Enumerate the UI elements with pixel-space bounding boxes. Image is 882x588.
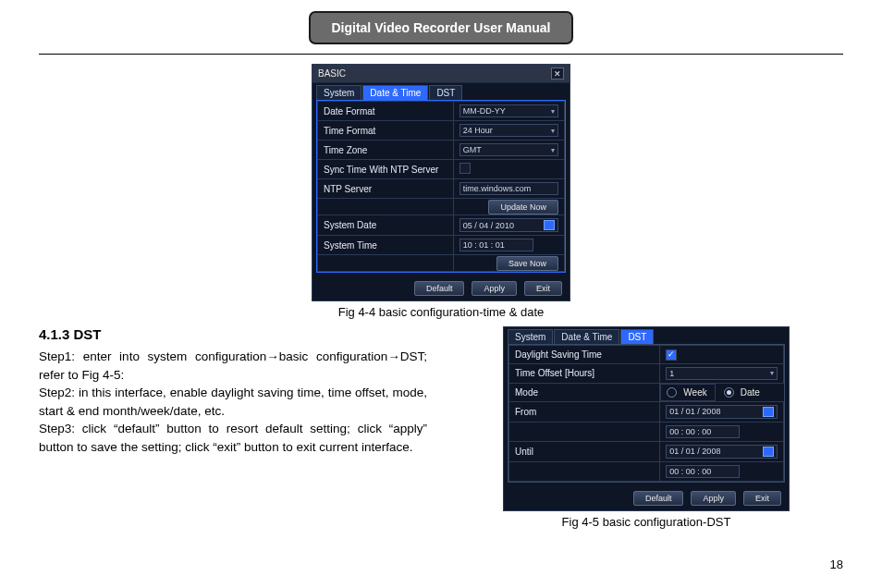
time-offset-label: Time Offset [Hours] bbox=[509, 363, 660, 383]
calendar-icon bbox=[763, 407, 774, 417]
mode-date-option[interactable]: Date bbox=[724, 387, 760, 398]
system-time-input[interactable]: 10 : 01 : 01 bbox=[459, 239, 533, 251]
time-zone-dropdown[interactable]: GMT ▾ bbox=[459, 143, 558, 156]
time-format-value: 24 Hour bbox=[463, 126, 493, 135]
tabs-row: System Date & Time DST bbox=[312, 83, 570, 100]
figure-4-4: BASIC ✕ System Date & Time DST Date Form… bbox=[0, 64, 882, 319]
mode-week-label: Week bbox=[683, 387, 706, 398]
date-format-value: MM-DD-YY bbox=[463, 106, 506, 116]
dst-enable-checkbox[interactable]: ✓ bbox=[666, 349, 677, 361]
time-format-label: Time Format bbox=[318, 121, 454, 141]
doc-header: Digital Video Recorder User Manual bbox=[39, 0, 843, 55]
system-date-input[interactable]: 05 / 04 / 2010 bbox=[459, 218, 558, 232]
from-date-value: 01 / 01 / 2008 bbox=[669, 407, 720, 416]
apply-button[interactable]: Apply bbox=[691, 491, 736, 506]
chevron-down-icon: ▾ bbox=[551, 127, 555, 135]
mode-label: Mode bbox=[509, 383, 660, 401]
window-titlebar: BASIC ✕ bbox=[312, 65, 570, 83]
from-date-input[interactable]: 01 / 01 / 2008 bbox=[666, 405, 778, 419]
section-heading: 4.1.3 DST bbox=[39, 326, 427, 342]
system-date-value: 05 / 04 / 2010 bbox=[463, 221, 514, 230]
time-offset-value: 1 bbox=[669, 369, 674, 378]
ntp-server-label: NTP Server bbox=[318, 179, 454, 199]
mode-week-option[interactable]: Week bbox=[667, 387, 706, 398]
time-zone-label: Time Zone bbox=[318, 141, 454, 160]
tab-dst[interactable]: DST bbox=[620, 329, 654, 344]
calendar-icon bbox=[763, 447, 774, 457]
system-date-label: System Date bbox=[318, 215, 454, 236]
close-icon[interactable]: ✕ bbox=[551, 67, 564, 80]
ntp-server-input[interactable]: time.windows.com bbox=[459, 182, 558, 195]
tab-date-time[interactable]: Date & Time bbox=[554, 329, 619, 344]
chevron-down-icon: ▾ bbox=[551, 146, 555, 154]
window-title: BASIC bbox=[318, 68, 346, 79]
step2-text: Step2: in this interface, enable dayligh… bbox=[39, 384, 427, 420]
tab-panel: Daylight Saving Time ✓ Time Offset [Hour… bbox=[508, 344, 785, 483]
exit-button[interactable]: Exit bbox=[524, 281, 562, 296]
until-label: Until bbox=[509, 441, 660, 461]
tab-system[interactable]: System bbox=[316, 85, 361, 100]
system-time-label: System Time bbox=[318, 236, 454, 255]
page-number: 18 bbox=[830, 557, 843, 571]
body-text-column: 4.1.3 DST Step1: enter into system confi… bbox=[39, 326, 427, 529]
mode-date-label: Date bbox=[741, 387, 760, 398]
window-button-row: Default Apply Exit bbox=[312, 276, 570, 300]
step1-text: Step1: enter into system configuration→b… bbox=[39, 348, 427, 384]
doc-title: Digital Video Recorder User Manual bbox=[309, 11, 572, 44]
until-time-input[interactable]: 00 : 00 : 00 bbox=[666, 465, 740, 478]
sync-ntp-checkbox[interactable] bbox=[459, 163, 471, 174]
from-time-input[interactable]: 00 : 00 : 00 bbox=[666, 425, 740, 438]
step3-text: Step3: click “default” button to resort … bbox=[39, 420, 427, 456]
time-offset-dropdown[interactable]: 1 ▾ bbox=[666, 367, 778, 380]
chevron-down-icon: ▾ bbox=[551, 107, 555, 116]
dst-window: System Date & Time DST Daylight Saving T… bbox=[503, 326, 790, 511]
figure-4-4-caption: Fig 4-4 basic configuration-time & date bbox=[338, 305, 545, 319]
tab-panel: Date Format MM-DD-YY ▾ Time Format 24 Ho… bbox=[316, 100, 566, 273]
until-date-value: 01 / 01 / 2008 bbox=[669, 447, 720, 456]
save-now-button[interactable]: Save Now bbox=[496, 256, 558, 271]
date-format-dropdown[interactable]: MM-DD-YY ▾ bbox=[459, 104, 558, 117]
tab-system[interactable]: System bbox=[508, 329, 553, 344]
default-button[interactable]: Default bbox=[414, 281, 465, 296]
exit-button[interactable]: Exit bbox=[743, 491, 781, 506]
date-format-label: Date Format bbox=[318, 102, 454, 121]
time-zone-value: GMT bbox=[463, 145, 482, 154]
window-button-row: Default Apply Exit bbox=[504, 486, 789, 510]
radio-icon bbox=[667, 387, 677, 398]
sync-ntp-label: Sync Time With NTP Server bbox=[318, 160, 454, 179]
tab-dst[interactable]: DST bbox=[429, 85, 462, 100]
update-now-button[interactable]: Update Now bbox=[488, 200, 558, 214]
chevron-down-icon: ▾ bbox=[770, 369, 774, 377]
default-button[interactable]: Default bbox=[633, 491, 684, 506]
radio-icon bbox=[724, 387, 734, 398]
tab-date-time[interactable]: Date & Time bbox=[362, 85, 428, 100]
apply-button[interactable]: Apply bbox=[472, 281, 517, 296]
tabs-row: System Date & Time DST bbox=[504, 327, 789, 344]
from-label: From bbox=[509, 401, 660, 422]
figure-4-5-caption: Fig 4-5 basic configuration-DST bbox=[562, 515, 731, 529]
calendar-icon bbox=[544, 220, 555, 230]
until-date-input[interactable]: 01 / 01 / 2008 bbox=[666, 445, 778, 459]
figure-4-5: System Date & Time DST Daylight Saving T… bbox=[449, 326, 843, 529]
basic-window: BASIC ✕ System Date & Time DST Date Form… bbox=[312, 64, 570, 301]
dst-enable-label: Daylight Saving Time bbox=[509, 346, 660, 364]
time-format-dropdown[interactable]: 24 Hour ▾ bbox=[459, 124, 558, 137]
